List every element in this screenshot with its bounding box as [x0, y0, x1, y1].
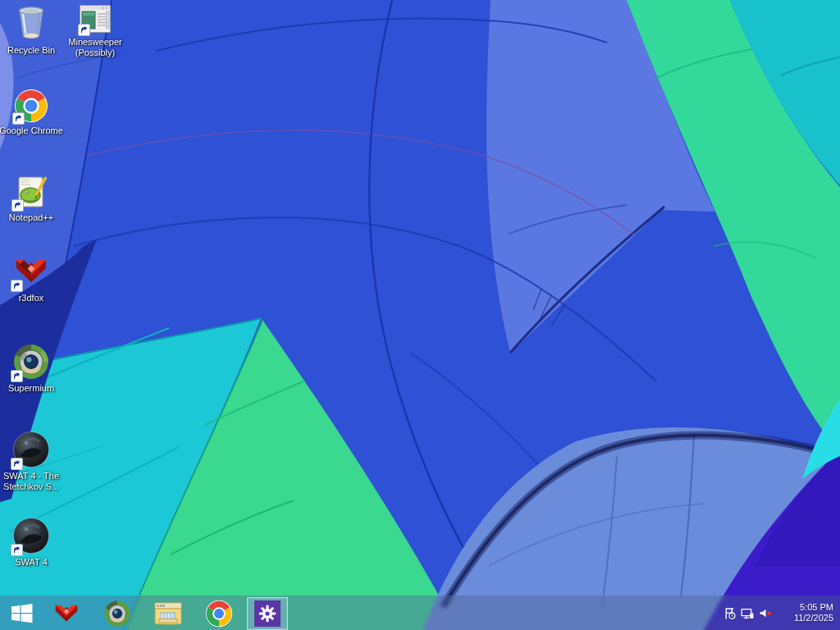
- chrome-icon: [205, 600, 233, 628]
- file-explorer-icon: [154, 602, 182, 626]
- icon-label: SWAT 4 - The Stetchkov S...: [0, 471, 64, 492]
- icon-label: Minesweeper (Possibly): [62, 37, 128, 58]
- wallpaper-balloon: [0, 0, 840, 630]
- desktop-icon-swat4-stetchkov[interactable]: SWAT 4 - The Stetchkov S...: [0, 431, 64, 492]
- desktop-icon-swat4[interactable]: SWAT 4: [0, 517, 64, 568]
- taskbar-button-r3dfox[interactable]: [46, 597, 87, 630]
- r3dfox-icon: [52, 600, 80, 628]
- taskbar: 5:05 PM 11/2/2025: [0, 596, 840, 630]
- desktop-icon-supermium[interactable]: Supermium: [0, 343, 64, 394]
- taskbar-button-supermium[interactable]: [97, 597, 138, 630]
- shortcut-arrow-icon: [78, 24, 90, 36]
- shortcut-arrow-icon: [11, 199, 24, 212]
- clock-date: 11/2/2025: [779, 613, 833, 623]
- network-icon[interactable]: [738, 596, 756, 630]
- taskbar-button-file-explorer[interactable]: [148, 597, 189, 630]
- shortcut-arrow-icon: [12, 112, 25, 125]
- icon-label: r3dfox: [0, 293, 64, 304]
- icon-label: Notepad++: [0, 212, 64, 223]
- start-button[interactable]: [2, 597, 43, 630]
- icon-label: SWAT 4: [0, 557, 64, 568]
- taskbar-button-settings[interactable]: [247, 597, 288, 630]
- desktop-icon-google-chrome[interactable]: Google Chrome: [0, 89, 64, 136]
- system-tray: 5:05 PM 11/2/2025: [720, 596, 840, 630]
- gear-icon: [257, 603, 278, 624]
- taskbar-button-chrome[interactable]: [199, 597, 240, 630]
- supermium-icon: [103, 600, 131, 628]
- windows-logo-icon: [11, 604, 33, 623]
- recycle-bin-icon: [11, 3, 51, 43]
- action-center-icon[interactable]: [720, 596, 738, 630]
- taskbar-clock[interactable]: 5:05 PM 11/2/2025: [774, 602, 840, 623]
- clock-time: 5:05 PM: [779, 602, 833, 613]
- desktop-icon-r3dfox[interactable]: r3dfox: [0, 253, 64, 304]
- settings-tile: [254, 600, 281, 627]
- icon-label: Supermium: [0, 383, 64, 394]
- icon-label: Recycle Bin: [0, 45, 64, 56]
- desktop-icon-recycle-bin[interactable]: Recycle Bin: [0, 3, 64, 56]
- icon-label: Google Chrome: [0, 126, 64, 136]
- volume-muted-icon[interactable]: [756, 596, 774, 630]
- shortcut-arrow-icon: [11, 280, 23, 292]
- shortcut-arrow-icon: [11, 370, 23, 382]
- desktop-icon-minesweeper[interactable]: Minesweeper (Possibly): [62, 5, 128, 58]
- desktop-icon-notepad-plus-plus[interactable]: Notepad++: [0, 174, 64, 223]
- shortcut-arrow-icon: [11, 544, 23, 556]
- shortcut-arrow-icon: [11, 458, 23, 470]
